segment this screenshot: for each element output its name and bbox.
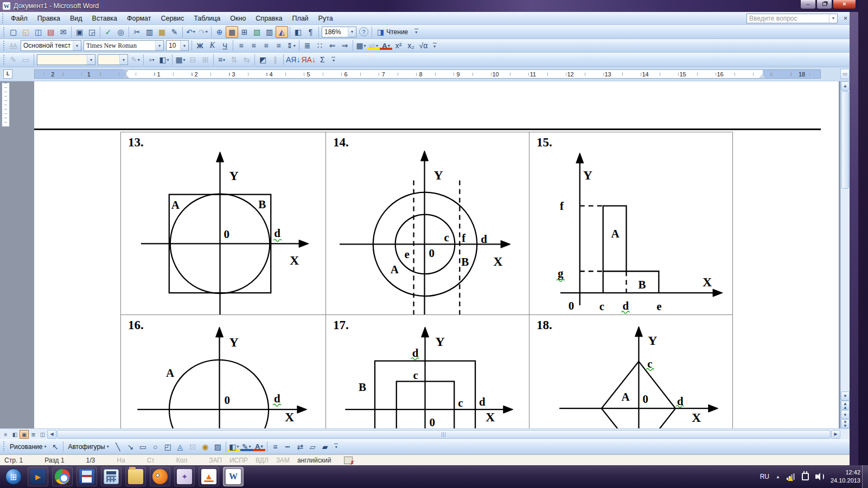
toolbar-options-button[interactable]: ▾ [333, 441, 340, 453]
insert-table-menu-icon[interactable]: ▦ [174, 54, 187, 66]
open-icon[interactable]: ◱ [20, 26, 32, 38]
wordart-icon[interactable]: ◬ [174, 441, 187, 453]
taskbar-fish-app-icon[interactable] [150, 467, 170, 486]
chevron-down-icon[interactable]: ▾ [73, 41, 81, 50]
insert-hyperlink-icon[interactable]: ⊕ [213, 26, 226, 38]
borders-icon[interactable]: ▦ [355, 40, 367, 52]
line-spacing-icon[interactable]: ⇕ [285, 40, 297, 52]
format-painter-icon[interactable]: ✎ [168, 26, 181, 38]
clip-art-icon[interactable]: ◉ [199, 441, 212, 453]
styles-and-formatting-icon[interactable]: АА [7, 40, 20, 52]
network-status-icon[interactable] [787, 473, 795, 480]
menu-item[interactable]: Вставка [87, 13, 122, 24]
menu-item[interactable]: Правка [33, 13, 65, 24]
arrow-icon[interactable]: ↘ [124, 441, 137, 453]
tab-stop-selector[interactable]: L [3, 69, 12, 79]
menu-item[interactable]: Рута [314, 13, 338, 24]
redo-icon[interactable]: ↷ [197, 26, 209, 38]
justify-icon[interactable]: ≡ [272, 40, 285, 52]
line-indicator[interactable]: Ст [147, 457, 155, 464]
taskbar-wmp-icon[interactable]: ▶ [28, 467, 48, 486]
save-icon[interactable]: ◫ [32, 26, 44, 38]
columns-icon[interactable]: ▥ [263, 26, 276, 38]
zoom-combo[interactable]: 186% ▾ [322, 27, 356, 37]
merge-cells-icon[interactable]: ⊟ [187, 54, 199, 66]
toolbar-drag-handle[interactable] [3, 40, 5, 50]
toolbar-drag-handle[interactable] [3, 54, 5, 66]
select-objects-icon[interactable]: ↖ [49, 441, 61, 453]
superscript-icon[interactable]: x² [392, 40, 405, 52]
figure-cell-17[interactable]: 17. Y X d c B c [326, 315, 529, 428]
equation-editor-icon[interactable]: √α [417, 40, 430, 52]
bold-button[interactable]: Ж [194, 40, 206, 52]
insert-excel-table-icon[interactable]: ▧ [251, 26, 263, 38]
align-center-icon[interactable]: ≡ [247, 40, 260, 52]
distribute-columns-icon[interactable]: ⇆ [240, 54, 253, 66]
read-mode-button[interactable]: ◨ Чтение [374, 26, 411, 38]
undo-icon[interactable]: ↶ [184, 26, 197, 38]
print-preview-icon[interactable]: ◲ [86, 26, 98, 38]
align-left-icon[interactable]: ≡ [235, 40, 247, 52]
scroll-right-icon[interactable]: ▶ [831, 430, 840, 439]
toolbar-options-button[interactable]: ▾ [330, 54, 337, 66]
border-color-icon[interactable]: ✎ [129, 54, 142, 66]
sort-ascending-icon[interactable]: АЯ↓ [285, 54, 301, 66]
menu-item[interactable]: Сервис [156, 13, 189, 24]
decrease-indent-icon[interactable]: ⇐ [326, 40, 339, 52]
underline-button[interactable]: Ч [219, 40, 231, 52]
chevron-down-icon[interactable]: ▾ [119, 55, 127, 65]
next-page-button[interactable]: ▼▼ [841, 419, 850, 428]
chevron-down-icon[interactable]: ▾ [155, 41, 163, 50]
drawing-menu-button[interactable]: Рисование▾ [7, 441, 49, 453]
select-browse-object-button[interactable]: ● [841, 410, 850, 419]
shadow-style-icon[interactable]: ▱ [307, 441, 319, 453]
close-button[interactable]: × [833, 0, 856, 9]
font-size-combo[interactable]: 10 ▾ [166, 40, 189, 51]
italic-button[interactable]: К [206, 40, 219, 52]
taskbar-vlc-icon[interactable]: ▲ [199, 467, 219, 486]
bullet-list-icon[interactable]: ∷ [314, 40, 326, 52]
draw-table-icon[interactable]: ✎ [7, 54, 20, 66]
taskbar-word-icon[interactable]: W [223, 467, 244, 486]
chevron-down-icon[interactable]: ▾ [348, 27, 356, 37]
horizontal-scrollbar-thumb[interactable] [57, 430, 831, 439]
page-indicator[interactable]: Стр. 1 [4, 457, 23, 464]
scroll-up-icon[interactable]: ▲ [841, 81, 850, 91]
track-changes-mode[interactable]: ИСПР [229, 457, 248, 464]
rectangle-icon[interactable]: ▭ [137, 441, 149, 453]
spelling-icon[interactable]: ✓ [102, 26, 114, 38]
line-weight-combo[interactable]: ▾ [98, 54, 128, 65]
language-switcher[interactable]: RU [760, 473, 769, 480]
vertical-scrollbar[interactable]: ▲ ▼ ▲▲ ● ▼▼ [840, 81, 850, 428]
research-icon[interactable]: ◎ [114, 26, 127, 38]
minimize-button[interactable]: – [800, 0, 816, 9]
arrow-style-icon[interactable]: ⇄ [294, 441, 307, 453]
line-color-icon[interactable]: ✎ [240, 441, 253, 453]
ask-question-dropdown-icon[interactable]: ▾ [829, 14, 837, 23]
threed-style-icon[interactable]: ▰ [319, 441, 331, 453]
figure-cell-16[interactable]: 16. Y X A 0 d [121, 315, 326, 428]
section-indicator[interactable]: Разд 1 [44, 457, 64, 464]
show-hidden-icons-icon[interactable]: ▲ [776, 474, 780, 479]
insert-table-icon[interactable]: ⊞ [238, 26, 251, 38]
extend-selection-mode[interactable]: ВДЛ [256, 457, 269, 464]
cell-alignment-icon[interactable]: ≡ [215, 54, 228, 66]
previous-page-button[interactable]: ▲▲ [841, 401, 850, 410]
right-indent-marker[interactable] [759, 74, 765, 78]
chevron-down-icon[interactable]: ▾ [87, 55, 95, 65]
menu-item[interactable]: Таблица [189, 13, 225, 24]
help-icon[interactable]: ? [359, 27, 368, 36]
table-autoformat-icon[interactable]: ◩ [257, 54, 269, 66]
subscript-icon[interactable]: x₂ [405, 40, 417, 52]
start-button[interactable]: ⊞ [3, 467, 24, 486]
sort-descending-icon[interactable]: ЯА↓ [301, 54, 316, 66]
ask-question-input[interactable] [747, 15, 829, 22]
taskbar-calculator-icon[interactable] [101, 467, 122, 486]
fill-color-icon[interactable]: ◧ [228, 441, 240, 453]
record-macro-mode[interactable]: ЗАП [209, 457, 222, 464]
text-box-icon[interactable]: ◰ [162, 441, 174, 453]
permission-icon[interactable]: ▤ [44, 26, 57, 38]
vertical-scrollbar-thumb[interactable] [841, 91, 849, 189]
text-direction-icon[interactable]: ∥ [269, 54, 282, 66]
menu-item[interactable]: Вид [65, 13, 87, 24]
